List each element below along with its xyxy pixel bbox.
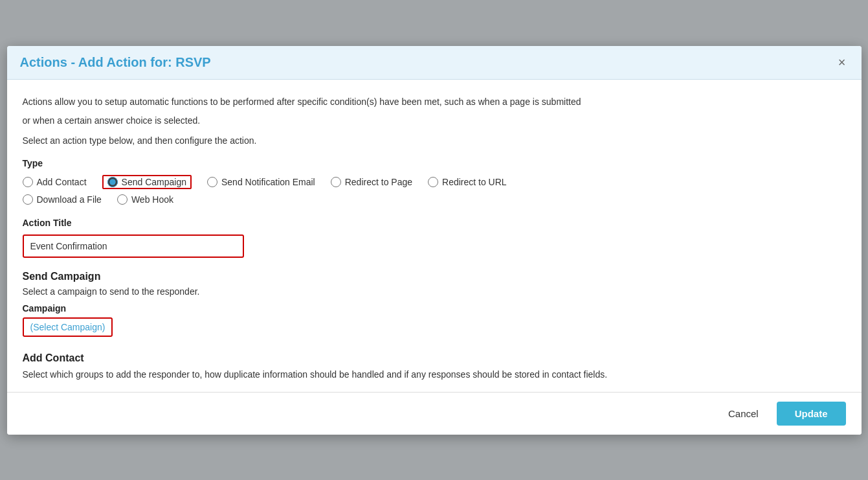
dialog-container: Actions - Add Action for: RSVP × Actions… [7, 46, 862, 435]
action-title-label: Action Title [23, 218, 846, 228]
radio-send-campaign-label: Send Campaign [122, 177, 186, 187]
send-campaign-description: Select a campaign to send to the respond… [23, 286, 846, 297]
radio-redirect-to-page-input[interactable] [331, 177, 341, 187]
radio-web-hook[interactable]: Web Hook [117, 194, 173, 205]
close-button[interactable]: × [836, 56, 849, 69]
radio-redirect-to-page-label: Redirect to Page [345, 177, 412, 187]
dialog-header: Actions - Add Action for: RSVP × [7, 46, 862, 80]
radio-add-contact[interactable]: Add Contact [23, 175, 87, 189]
select-campaign-link[interactable]: (Select Campaign) [30, 322, 106, 332]
action-title-input[interactable] [23, 234, 244, 258]
add-contact-description: Select which groups to add the responder… [23, 368, 846, 382]
dialog-overlay: Actions - Add Action for: RSVP × Actions… [0, 0, 868, 480]
dialog-footer: Cancel Update [7, 392, 862, 435]
radio-add-contact-input[interactable] [23, 177, 33, 187]
action-title-section: Action Title [23, 218, 846, 258]
radio-download-a-file-input[interactable] [23, 194, 33, 205]
radio-download-a-file-label: Download a File [37, 194, 102, 205]
radio-web-hook-input[interactable] [117, 194, 128, 205]
radio-send-campaign-input[interactable] [107, 177, 118, 187]
radio-download-a-file[interactable]: Download a File [23, 194, 102, 205]
add-contact-section: Add Contact Select which groups to add t… [23, 352, 846, 382]
radio-redirect-to-url-input[interactable] [428, 177, 438, 187]
description-line3: Select an action type below, and then co… [23, 134, 846, 148]
type-radio-group: Add Contact Send Campaign Send Notificat… [23, 175, 846, 189]
radio-send-notification-email-input[interactable] [207, 177, 217, 187]
cancel-button[interactable]: Cancel [719, 403, 768, 424]
radio-redirect-to-url[interactable]: Redirect to URL [428, 175, 507, 189]
update-button[interactable]: Update [777, 402, 846, 426]
radio-send-campaign[interactable]: Send Campaign [102, 175, 192, 189]
type-radio-group-row2: Download a File Web Hook [23, 194, 846, 205]
campaign-label: Campaign [23, 303, 846, 314]
radio-redirect-to-url-label: Redirect to URL [442, 177, 507, 187]
send-campaign-heading: Send Campaign [23, 271, 846, 282]
type-section-label: Type [23, 158, 846, 168]
description-line1: Actions allow you to setup automatic fun… [23, 95, 846, 109]
radio-add-contact-label: Add Contact [37, 177, 87, 187]
radio-web-hook-label: Web Hook [131, 194, 173, 205]
radio-send-notification-email[interactable]: Send Notification Email [207, 175, 315, 189]
radio-redirect-to-page[interactable]: Redirect to Page [331, 175, 412, 189]
description-line2: or when a certain answer choice is selec… [23, 114, 846, 128]
radio-send-notification-email-label: Send Notification Email [221, 177, 315, 187]
select-campaign-box[interactable]: (Select Campaign) [23, 317, 113, 337]
send-campaign-section: Send Campaign Select a campaign to send … [23, 271, 846, 337]
dialog-body: Actions allow you to setup automatic fun… [7, 80, 862, 392]
add-contact-heading: Add Contact [23, 352, 846, 364]
dialog-title: Actions - Add Action for: RSVP [20, 55, 211, 70]
